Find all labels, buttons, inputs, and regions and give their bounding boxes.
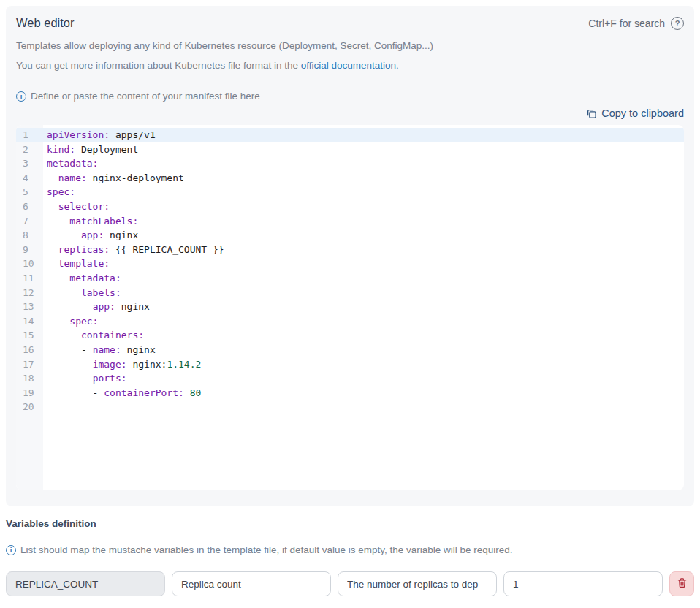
web-editor-panel: Web editor Ctrl+F for search ? Templates…	[6, 6, 694, 506]
code-line[interactable]: metadata:	[43, 271, 684, 286]
line-number: 2	[16, 142, 43, 157]
code-line[interactable]: kind: Deployment	[43, 142, 684, 157]
code-editor[interactable]: 1234567891011121314151617181920 apiVersi…	[16, 125, 684, 490]
code-line[interactable]: app: nginx	[43, 228, 684, 243]
line-number: 10	[16, 256, 43, 271]
search-hint: Ctrl+F for search ?	[588, 17, 684, 30]
panel-header: Web editor Ctrl+F for search ?	[16, 16, 684, 30]
code-line[interactable]: template:	[43, 256, 684, 271]
editor-note: i Define or paste the content of your ma…	[16, 91, 684, 102]
code-line[interactable]: app: nginx	[43, 300, 684, 314]
variables-note-text: List should map the mustache variables i…	[20, 544, 513, 555]
variable-description-input[interactable]	[338, 571, 497, 596]
code-line[interactable]	[43, 400, 684, 414]
line-number: 20	[16, 400, 43, 414]
description-line-2: You can get more information about Kuber…	[16, 58, 684, 73]
code-line[interactable]: spec:	[43, 314, 684, 329]
code-line[interactable]: labels:	[43, 286, 684, 300]
copy-label: Copy to clipboard	[601, 107, 684, 119]
code-line[interactable]: selector:	[43, 200, 684, 214]
search-hint-label: Ctrl+F for search	[588, 18, 665, 29]
copy-to-clipboard-button[interactable]: Copy to clipboard	[586, 107, 684, 119]
line-number: 5	[16, 185, 43, 200]
info-icon: i	[16, 91, 26, 102]
line-number: 11	[16, 271, 43, 286]
line-number: 8	[16, 228, 43, 243]
line-number: 9	[16, 243, 43, 257]
line-number: 14	[16, 314, 43, 329]
variable-row	[6, 571, 694, 596]
code-line[interactable]: - containerPort: 80	[43, 386, 684, 400]
official-documentation-link[interactable]: official documentation	[301, 60, 396, 71]
delete-variable-button[interactable]	[669, 571, 694, 596]
code-line[interactable]: image: nginx:1.14.2	[43, 357, 684, 372]
variable-label-input[interactable]	[172, 571, 331, 596]
line-number: 3	[16, 156, 43, 171]
copy-icon	[586, 108, 597, 119]
page-title: Web editor	[16, 16, 75, 30]
code-line[interactable]: metadata:	[43, 156, 684, 171]
line-number: 6	[16, 200, 43, 214]
line-number: 16	[16, 343, 43, 357]
variable-default-input[interactable]	[503, 571, 663, 596]
code-line[interactable]: replicas: {{ REPLICA_COUNT }}	[43, 243, 684, 257]
line-number: 19	[16, 386, 43, 400]
code-line[interactable]: - name: nginx	[43, 343, 684, 357]
line-number: 18	[16, 371, 43, 386]
variables-title: Variables definition	[6, 518, 694, 529]
code-line[interactable]: ports:	[43, 371, 684, 386]
help-icon[interactable]: ?	[671, 17, 684, 30]
line-number: 4	[16, 171, 43, 186]
editor-note-text: Define or paste the content of your mani…	[31, 91, 260, 102]
description-line-1: Templates allow deploying any kind of Ku…	[16, 39, 684, 53]
line-number: 7	[16, 214, 43, 229]
editor-code[interactable]: apiVersion: apps/v1kind: Deploymentmetad…	[43, 125, 684, 490]
code-line[interactable]: matchLabels:	[43, 214, 684, 229]
trash-icon	[677, 577, 688, 590]
variables-section: Variables definition i List should map t…	[0, 518, 700, 596]
line-number: 1	[16, 128, 43, 142]
editor-gutter: 1234567891011121314151617181920	[16, 125, 43, 490]
code-line[interactable]: apiVersion: apps/v1	[43, 128, 684, 142]
line-number: 15	[16, 328, 43, 343]
info-icon: i	[6, 545, 16, 555]
code-line[interactable]: spec:	[43, 185, 684, 200]
variable-name-input[interactable]	[6, 571, 165, 596]
copy-row: Copy to clipboard	[16, 107, 684, 119]
code-line[interactable]: containers:	[43, 328, 684, 343]
line-number: 13	[16, 300, 43, 314]
variables-note: i List should map the mustache variables…	[6, 544, 694, 555]
line-number: 12	[16, 286, 43, 300]
code-line[interactable]: name: nginx-deployment	[43, 171, 684, 186]
line-number: 17	[16, 357, 43, 372]
